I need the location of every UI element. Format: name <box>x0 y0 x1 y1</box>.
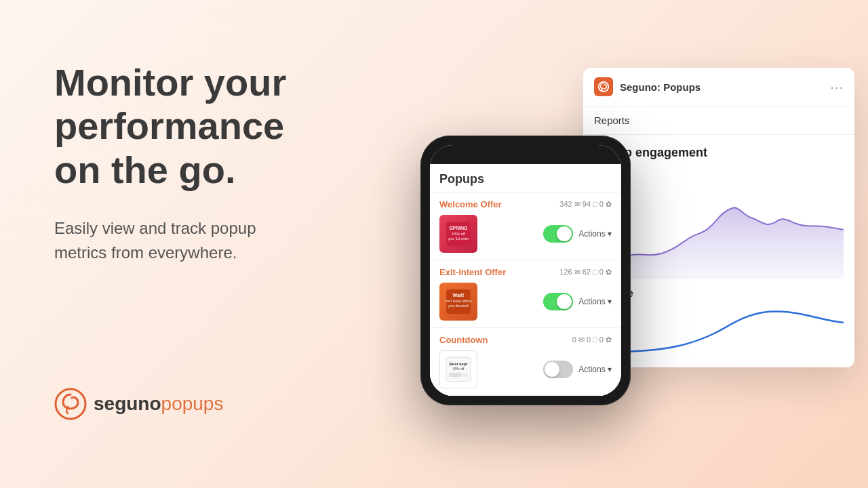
toggle-knob-3 <box>545 362 559 377</box>
popup-stats-1: 342 ✉ 94 □ 0 ✿ <box>559 200 612 209</box>
seguno-logo-icon <box>54 388 87 420</box>
toggle-knob-1 <box>557 226 572 241</box>
popup-stats-3: 0 ✉ 0 □ 0 ✿ <box>572 336 612 344</box>
hero-text: Monitor your performance on the go. Easi… <box>54 61 312 265</box>
popup-item-header-3: Countdown 0 ✉ 0 □ 0 ✿ <box>439 335 612 345</box>
actions-button-2[interactable]: Actions ▾ <box>578 297 612 306</box>
popup-stats-2: 126 ✉ 62 □ 0 ✿ <box>559 268 612 277</box>
toggle-knob-2 <box>557 294 572 309</box>
list-item: Welcome Offer 342 ✉ 94 □ 0 ✿ SPRING 15% … <box>430 192 621 260</box>
popup-name-3[interactable]: Countdown <box>439 335 488 345</box>
popup-thumbnail-3: Best kept 15% off <box>439 350 477 388</box>
svg-text:Don't leave without: Don't leave without <box>445 299 472 303</box>
popup-item-header-2: Exit-intent Offer 126 ✉ 62 □ 0 ✿ <box>439 267 612 277</box>
phone-container: Popups Welcome Offer 342 ✉ 94 □ 0 ✿ <box>420 136 631 405</box>
logo-seguno: seguno <box>94 393 161 414</box>
hero-headline: Monitor your performance on the go. <box>54 61 312 192</box>
svg-text:15% off: 15% off <box>453 367 465 371</box>
list-item: Exit-intent Offer 126 ✉ 62 □ 0 ✿ Wait! D… <box>430 260 621 328</box>
phone-notch <box>492 148 559 161</box>
logo-text: segunopopups <box>94 393 223 415</box>
window-nav-reports[interactable]: Reports <box>583 106 854 135</box>
popup-thumbnail-2: Wait! Don't leave without your discount! <box>439 283 477 321</box>
popup-name-1[interactable]: Welcome Offer <box>439 199 502 209</box>
page-container: Monitor your performance on the go. Easi… <box>0 0 868 488</box>
left-panel: Monitor your performance on the go. Easi… <box>0 0 353 488</box>
popup-controls-2: Actions ▾ <box>543 293 612 310</box>
popup-controls-1: Actions ▾ <box>543 225 612 243</box>
window-titlebar: Seguno: Popups ··· <box>583 68 854 106</box>
window-app-name: Seguno: Popups <box>620 81 830 93</box>
logo-area: segunopopups <box>54 388 312 420</box>
popup-row-2: Wait! Don't leave without your discount! <box>439 283 612 321</box>
svg-rect-14 <box>449 373 461 377</box>
app-icon <box>594 77 613 96</box>
phone-frame: Popups Welcome Offer 342 ✉ 94 □ 0 ✿ <box>420 136 631 405</box>
svg-text:Best kept: Best kept <box>449 362 467 366</box>
svg-text:15% off: 15% off <box>452 232 466 236</box>
phone-content: Popups Welcome Offer 342 ✉ 94 □ 0 ✿ <box>430 164 621 396</box>
popup-thumbnail-1: SPRING 15% off your 1st order <box>439 215 477 253</box>
conversion-chart <box>594 302 844 357</box>
logo-popups: popups <box>161 393 224 414</box>
right-panel: Seguno: Popups ··· Reports Popup engagem… <box>353 0 868 488</box>
popup-row-1: SPRING 15% off your 1st order <box>439 215 612 253</box>
actions-button-1[interactable]: Actions ▾ <box>578 229 612 239</box>
actions-button-3[interactable]: Actions ▾ <box>578 365 612 374</box>
popup-row-3: Best kept 15% off <box>439 350 612 388</box>
svg-text:your 1st order: your 1st order <box>448 237 469 241</box>
toggle-3[interactable] <box>543 361 573 378</box>
phone-notch-bar <box>430 145 621 164</box>
toggle-2[interactable] <box>543 293 573 310</box>
engagement-chart <box>594 171 844 279</box>
window-menu-dots[interactable]: ··· <box>830 79 844 95</box>
popup-controls-3: Actions ▾ <box>543 361 612 378</box>
svg-text:your discount!: your discount! <box>448 304 469 308</box>
popup-item-header-1: Welcome Offer 342 ✉ 94 □ 0 ✿ <box>439 199 612 209</box>
svg-text:Wait!: Wait! <box>453 293 465 298</box>
phone-header: Popups <box>430 164 621 192</box>
popup-name-2[interactable]: Exit-intent Offer <box>439 267 506 277</box>
list-item: Countdown 0 ✉ 0 □ 0 ✿ Best kept 15% off <box>430 328 621 396</box>
phone-screen: Popups Welcome Offer 342 ✉ 94 □ 0 ✿ <box>430 145 621 396</box>
svg-text:SPRING: SPRING <box>450 226 468 230</box>
toggle-1[interactable] <box>543 225 573 243</box>
hero-subtext: Easily view and track popup metrics from… <box>54 216 312 265</box>
